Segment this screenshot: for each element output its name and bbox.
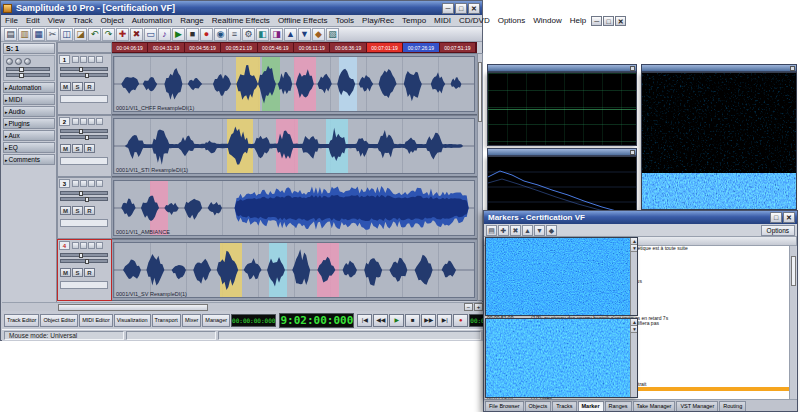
add-marker-icon[interactable]: ✚ [498,225,509,236]
goto-start-button[interactable]: |◀ [357,314,372,327]
track-output-combo[interactable] [60,219,108,227]
manager-tab[interactable]: Take Manager [633,401,676,411]
mixer-icon[interactable]: ≡ [228,28,241,41]
menu-item[interactable]: Window [529,16,565,25]
goto-end-button[interactable]: ▶| [437,314,452,327]
track-option-icon[interactable] [80,56,87,63]
manager-tab[interactable]: Routing [719,401,746,411]
spectrogram-window-titlebar[interactable] [641,64,797,72]
forward-button[interactable]: ▶▶ [421,314,436,327]
close-icon[interactable] [790,66,795,71]
r-button[interactable]: R [84,144,95,153]
midi-icon[interactable]: ♪ [158,28,171,41]
menu-item[interactable]: Automation [128,16,176,25]
track-editor-header[interactable]: S: 1 [3,43,55,54]
undo-icon[interactable]: ↶ [88,28,101,41]
redo-icon[interactable]: ↷ [102,28,115,41]
marker-icon[interactable]: ◆ [312,28,325,41]
zoom-button[interactable]: − [464,303,473,311]
paste-icon[interactable]: ◪ [74,28,87,41]
pan-knob[interactable] [6,58,13,65]
pan-slider[interactable] [60,73,108,77]
track-option-icon[interactable] [72,180,79,187]
track-lane[interactable]: 0001/VI1_CHFF ResampleDI(1) [112,53,477,115]
track-option-icon[interactable] [80,180,87,187]
menu-item[interactable]: Object [97,16,128,25]
volume-slider[interactable] [60,129,108,133]
track-option-icon[interactable] [80,118,87,125]
track-option-icon[interactable] [72,118,79,125]
dock-tab[interactable]: Track Editor [4,314,39,327]
ruler-cell[interactable]: 00:06:36:19 [330,43,366,52]
next-marker-icon[interactable]: ▼ [534,225,545,236]
horizontal-scrollbar-thumb[interactable] [58,304,208,311]
s-button[interactable]: S [72,82,83,91]
markers-scrollbar[interactable] [789,246,796,399]
track-option-icon[interactable] [96,242,103,249]
volume-slider[interactable] [60,253,108,257]
dock-tab[interactable]: Visualization [114,314,151,327]
previous-marker-icon[interactable]: ▲ [522,225,533,236]
menu-item[interactable]: Track [69,16,97,25]
track-option-icon[interactable] [88,180,95,187]
horizontal-scrollbar[interactable]: −+ [2,302,483,311]
menu-item[interactable]: Options [494,16,530,25]
timeline-ruler[interactable]: 00:04:06:1900:04:31:1900:04:56:1900:05:2… [112,42,477,53]
dock-tab[interactable]: Transport [152,314,181,327]
sidebar-section[interactable]: ▸Plugins [3,118,55,129]
sonogram-a-scrollbar[interactable]: ▲▼ [630,238,637,315]
sonogram-b-scrollbar[interactable]: ▲▼ [630,319,637,397]
menu-item[interactable]: Tools [331,16,358,25]
markers-scrollbar-thumb[interactable] [791,256,796,286]
volume-slider[interactable] [60,67,108,71]
sidebar-section[interactable]: ▸Automation [3,82,55,93]
track-option-icon[interactable] [88,242,95,249]
grid-icon[interactable]: ◧ [256,28,269,41]
play-button[interactable]: ▶ [389,314,404,327]
record-icon[interactable]: ● [200,28,213,41]
aux-knob[interactable] [24,58,31,65]
sidebar-section[interactable]: ▸Audio [3,106,55,117]
ruler-cell[interactable]: 00:05:21:19 [221,43,257,52]
copy-icon[interactable]: ◫ [60,28,73,41]
s-button[interactable]: S [72,268,83,277]
ruler-cell[interactable]: 00:07:01:19 [367,43,403,52]
marker-type-icon[interactable]: ◆ [546,225,557,236]
settings-icon[interactable]: ⚙ [242,28,255,41]
save-icon[interactable]: ▦ [32,28,45,41]
s-button[interactable]: S [72,206,83,215]
ruler-cell[interactable]: 00:07:51:19 [440,43,476,52]
menu-item[interactable]: Realtime Effects [208,16,274,25]
dock-tab[interactable]: Manager [202,314,230,327]
child-window-control-button[interactable]: □ [603,16,614,26]
open-icon[interactable]: ▥ [18,28,31,41]
delete-object-icon[interactable]: ✖ [130,28,143,41]
new-icon[interactable]: ▤ [4,28,17,41]
markers-titlebar[interactable]: Markers - Certification VF □✕ [484,211,797,224]
ruler-cell[interactable]: 00:04:31:19 [148,43,184,52]
track-lane[interactable]: 0001/VI1_AMBIANCE [112,177,477,239]
stop-icon[interactable]: ■ [186,28,199,41]
title-bar[interactable]: Samplitude 10 Pro - [Certification VF] ─… [1,1,482,15]
markers-window-control-button[interactable]: □ [770,212,782,223]
track-option-icon[interactable] [72,242,79,249]
manager-tab[interactable]: VST Manager [676,401,718,411]
ruler-cell[interactable]: 00:06:11:19 [294,43,330,52]
sidebar-section[interactable]: ▸EQ [3,142,55,153]
scroll-down-icon[interactable]: ▼ [631,245,638,252]
track-output-combo[interactable] [60,281,108,289]
vertical-scrollbar-thumb[interactable] [478,62,482,122]
play-icon[interactable]: ▶ [172,28,185,41]
options-button[interactable]: Options [761,225,795,236]
track-lane[interactable]: 0001/VI1_SV ResampleDI(1) [112,239,477,301]
child-window-control-button[interactable]: ─ [591,16,602,26]
manager-tab[interactable]: Objects [525,401,552,411]
track-header[interactable]: 3MSR [57,177,112,239]
sidebar-section[interactable]: ▸Comments [3,154,55,165]
pan-fader[interactable] [6,73,50,77]
window-control-button[interactable]: ✕ [468,3,480,14]
track-lane[interactable]: 0001/VI1_STI ResampleDI(1) [112,115,477,177]
rewind-button[interactable]: ◀◀ [373,314,388,327]
child-window-control-button[interactable]: ✕ [615,16,626,26]
manager-tab[interactable]: Ranges [605,401,632,411]
